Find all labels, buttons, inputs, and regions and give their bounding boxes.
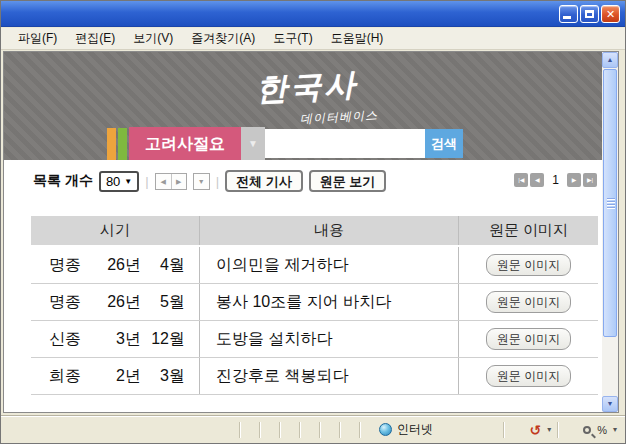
period-cell: 희종 2년 3월 xyxy=(31,358,200,394)
menu-file[interactable]: 파일(F) xyxy=(9,27,66,50)
image-cell: 원문 이미지 xyxy=(459,284,598,320)
results-table: 시기 내용 원문 이미지 명종 26년 4월 이의민을 제거하다 원문 이미지 xyxy=(31,216,598,395)
pagination: |◀ ◀ 1 ▶ ▶| xyxy=(514,173,597,187)
zoom-magnifier-icon[interactable] xyxy=(583,426,591,434)
last-page-button[interactable]: ▶| xyxy=(583,173,597,187)
status-bar: 인터넷 ↺ ▾ % ▾ xyxy=(1,415,625,443)
logo-main-text: 한국사 xyxy=(255,63,379,111)
phishing-filter-icon[interactable]: ↺ xyxy=(529,423,541,437)
list-count-value: 80 xyxy=(106,174,120,189)
nav-down-button[interactable]: ▼ xyxy=(193,173,210,190)
nav-arrow-group: ◀ ▶ xyxy=(155,173,187,190)
prev-page-button[interactable]: ◀ xyxy=(530,173,544,187)
column-header-content: 내용 xyxy=(200,216,459,245)
next-page-button[interactable]: ▶ xyxy=(567,173,581,187)
original-image-button[interactable]: 원문 이미지 xyxy=(486,291,571,313)
title-bar: ✕ xyxy=(1,1,625,27)
content-cell: 이의민을 제거하다 xyxy=(200,247,459,283)
scroll-up-button[interactable]: ▲ xyxy=(602,52,618,68)
left-arrow-icon: ◀ xyxy=(160,178,165,185)
nav-next-button[interactable]: ▶ xyxy=(171,174,186,189)
caret-down-icon[interactable]: ▾ xyxy=(613,425,617,434)
reign-month: 5월 xyxy=(141,292,185,313)
list-count-label: 목록 개수 xyxy=(33,172,93,190)
table-row: 명종 26년 5월 봉사 10조를 지어 바치다 원문 이미지 xyxy=(31,284,598,321)
menu-tools[interactable]: 도구(T) xyxy=(264,27,321,50)
site-logo: 한국사 데이터베이스 xyxy=(256,66,378,126)
internet-globe-icon xyxy=(379,423,392,436)
next-page-icon: ▶ xyxy=(572,177,577,183)
vertical-scrollbar: ▲ ▼ xyxy=(602,52,618,412)
column-header-image: 원문 이미지 xyxy=(459,216,598,245)
column-header-period: 시기 xyxy=(31,216,200,245)
menu-view[interactable]: 보기(V) xyxy=(124,27,182,50)
category-button[interactable]: 고려사절요 xyxy=(129,127,241,160)
reign-year: 3년 xyxy=(93,329,141,350)
page: 한국사 데이터베이스 고려사절요 ▼ 검색 목록 개수 80 xyxy=(4,52,602,412)
right-arrow-icon: ▶ xyxy=(176,178,181,185)
down-arrow-icon: ▼ xyxy=(198,178,205,185)
browser-window: ✕ 파일(F) 편집(E) 보기(V) 즐겨찾기(A) 도구(T) 도움말(H)… xyxy=(0,0,626,444)
toolbar-separator: | xyxy=(145,174,148,189)
original-image-button[interactable]: 원문 이미지 xyxy=(486,254,571,276)
image-cell: 원문 이미지 xyxy=(459,247,598,283)
table-body: 명종 26년 4월 이의민을 제거하다 원문 이미지 명종 26년 xyxy=(31,247,598,395)
last-page-icon: ▶| xyxy=(587,177,593,183)
zoom-level[interactable]: % xyxy=(597,424,607,436)
caret-down-icon[interactable]: ▾ xyxy=(547,425,551,434)
original-image-button[interactable]: 원문 이미지 xyxy=(486,365,571,387)
menu-bar: 파일(F) 편집(E) 보기(V) 즐겨찾기(A) 도구(T) 도움말(H) xyxy=(1,28,625,50)
status-right-cluster: ↺ ▾ % ▾ xyxy=(503,422,617,438)
search-button[interactable]: 검색 xyxy=(425,129,463,158)
content-frame: 한국사 데이터베이스 고려사절요 ▼ 검색 목록 개수 80 xyxy=(3,51,619,413)
scrollbar-grip-icon xyxy=(607,198,615,210)
table-row: 희종 2년 3월 진강후로 책봉되다 원문 이미지 xyxy=(31,358,598,395)
first-page-button[interactable]: |◀ xyxy=(514,173,528,187)
logo-sub-text: 데이터베이스 xyxy=(300,107,379,128)
reign-year: 26년 xyxy=(93,292,141,313)
zone-label: 인터넷 xyxy=(397,421,433,438)
status-segments xyxy=(239,422,379,438)
reign-month: 4월 xyxy=(141,255,185,276)
all-articles-button[interactable]: 전체 기사 xyxy=(225,170,303,192)
reign-year: 26년 xyxy=(93,255,141,276)
maximize-button[interactable] xyxy=(580,5,599,23)
content-cell: 진강후로 책봉되다 xyxy=(200,358,459,394)
chevron-down-icon: ▼ xyxy=(248,138,258,149)
orange-bar-icon xyxy=(107,128,116,160)
scroll-down-button[interactable]: ▼ xyxy=(602,396,618,412)
table-row: 신종 3년 12월 도방을 설치하다 원문 이미지 xyxy=(31,321,598,358)
period-cell: 신종 3년 12월 xyxy=(31,321,200,357)
scrollbar-thumb[interactable] xyxy=(603,69,617,337)
scroll-up-icon: ▲ xyxy=(607,56,614,63)
image-cell: 원문 이미지 xyxy=(459,358,598,394)
search-bar: 고려사절요 ▼ 검색 xyxy=(4,127,602,160)
maximize-icon xyxy=(585,10,594,18)
scroll-down-icon: ▼ xyxy=(607,400,614,407)
image-cell: 원문 이미지 xyxy=(459,321,598,357)
original-image-button[interactable]: 원문 이미지 xyxy=(486,328,571,350)
table-row: 명종 26년 4월 이의민을 제거하다 원문 이미지 xyxy=(31,247,598,284)
window-controls: ✕ xyxy=(559,5,620,23)
toolbar-separator: | xyxy=(216,174,219,189)
prev-page-icon: ◀ xyxy=(535,177,540,183)
minimize-icon xyxy=(563,16,571,19)
list-toolbar: 목록 개수 80 ▼ | ◀ ▶ ▼ | 전체 기사 원문 보기 xyxy=(4,169,602,193)
category-dropdown[interactable]: ▼ xyxy=(241,127,265,160)
view-original-button[interactable]: 원문 보기 xyxy=(309,170,387,192)
reign-month: 12월 xyxy=(141,329,185,350)
king-name: 신종 xyxy=(49,329,93,350)
list-count-select[interactable]: 80 ▼ xyxy=(99,171,139,192)
king-name: 명종 xyxy=(49,292,93,313)
select-arrow-icon: ▼ xyxy=(124,177,132,186)
menu-favorites[interactable]: 즐겨찾기(A) xyxy=(182,27,264,50)
menu-edit[interactable]: 편집(E) xyxy=(66,27,124,50)
search-input[interactable] xyxy=(265,129,425,158)
nav-prev-button[interactable]: ◀ xyxy=(156,174,171,189)
minimize-button[interactable] xyxy=(559,5,578,23)
content-cell: 봉사 10조를 지어 바치다 xyxy=(200,284,459,320)
menu-help[interactable]: 도움말(H) xyxy=(322,27,393,50)
content-cell: 도방을 설치하다 xyxy=(200,321,459,357)
period-cell: 명종 26년 5월 xyxy=(31,284,200,320)
close-button[interactable]: ✕ xyxy=(601,5,620,23)
